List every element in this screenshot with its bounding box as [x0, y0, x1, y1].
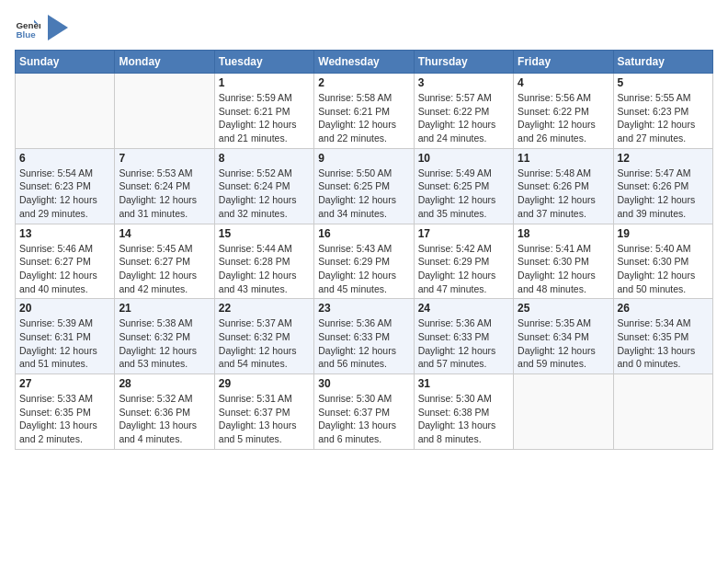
day-info: Sunrise: 5:38 AMSunset: 6:32 PMDaylight:…	[119, 316, 210, 371]
calendar-cell: 3Sunrise: 5:57 AMSunset: 6:22 PMDaylight…	[414, 74, 513, 149]
day-number: 17	[418, 227, 509, 240]
logo-icon: General Blue	[15, 15, 40, 40]
day-number: 29	[219, 377, 310, 390]
day-number: 26	[618, 302, 709, 315]
day-number: 16	[318, 227, 409, 240]
calendar-week-row: 1Sunrise: 5:59 AMSunset: 6:21 PMDaylight…	[16, 74, 713, 149]
day-number: 22	[219, 302, 310, 315]
day-info: Sunrise: 5:47 AMSunset: 6:26 PMDaylight:…	[618, 167, 709, 221]
day-info: Sunrise: 5:45 AMSunset: 6:27 PMDaylight:…	[119, 242, 210, 296]
calendar-header-row: SundayMondayTuesdayWednesdayThursdayFrid…	[16, 51, 713, 74]
logo: General Blue	[15, 15, 68, 40]
calendar-cell: 22Sunrise: 5:37 AMSunset: 6:32 PMDayligh…	[214, 299, 313, 374]
day-info: Sunrise: 5:42 AMSunset: 6:29 PMDaylight:…	[418, 242, 509, 296]
day-number: 2	[318, 76, 409, 89]
calendar-cell: 18Sunrise: 5:41 AMSunset: 6:30 PMDayligh…	[514, 224, 613, 299]
day-info: Sunrise: 5:54 AMSunset: 6:23 PMDaylight:…	[19, 167, 110, 221]
day-number: 10	[418, 152, 509, 165]
calendar-cell: 26Sunrise: 5:34 AMSunset: 6:35 PMDayligh…	[613, 299, 712, 374]
day-number: 27	[19, 377, 110, 390]
day-number: 31	[418, 377, 509, 390]
day-info: Sunrise: 5:39 AMSunset: 6:31 PMDaylight:…	[19, 316, 110, 371]
calendar-cell	[514, 374, 613, 450]
day-number: 6	[19, 152, 110, 165]
calendar-cell: 23Sunrise: 5:36 AMSunset: 6:33 PMDayligh…	[314, 299, 414, 374]
calendar-cell: 8Sunrise: 5:52 AMSunset: 6:24 PMDaylight…	[214, 148, 313, 224]
calendar-cell: 5Sunrise: 5:55 AMSunset: 6:23 PMDaylight…	[613, 74, 712, 149]
calendar-cell: 21Sunrise: 5:38 AMSunset: 6:32 PMDayligh…	[115, 299, 214, 374]
day-info: Sunrise: 5:36 AMSunset: 6:33 PMDaylight:…	[418, 316, 509, 371]
day-of-week-header: Wednesday	[314, 51, 414, 74]
day-info: Sunrise: 5:33 AMSunset: 6:35 PMDaylight:…	[19, 392, 110, 446]
day-info: Sunrise: 5:52 AMSunset: 6:24 PMDaylight:…	[219, 167, 310, 221]
day-info: Sunrise: 5:48 AMSunset: 6:26 PMDaylight:…	[518, 167, 609, 221]
calendar-cell: 28Sunrise: 5:32 AMSunset: 6:36 PMDayligh…	[115, 374, 214, 450]
day-number: 1	[219, 76, 310, 89]
day-info: Sunrise: 5:55 AMSunset: 6:23 PMDaylight:…	[618, 91, 709, 145]
day-info: Sunrise: 5:44 AMSunset: 6:28 PMDaylight:…	[219, 242, 310, 296]
day-info: Sunrise: 5:46 AMSunset: 6:27 PMDaylight:…	[19, 242, 110, 296]
calendar-table: SundayMondayTuesdayWednesdayThursdayFrid…	[15, 50, 713, 450]
calendar-cell: 17Sunrise: 5:42 AMSunset: 6:29 PMDayligh…	[414, 224, 513, 299]
day-number: 11	[518, 152, 609, 165]
svg-text:Blue: Blue	[16, 29, 36, 40]
day-number: 18	[518, 227, 609, 240]
day-info: Sunrise: 5:57 AMSunset: 6:22 PMDaylight:…	[418, 91, 509, 145]
day-info: Sunrise: 5:53 AMSunset: 6:24 PMDaylight:…	[119, 167, 210, 221]
day-number: 5	[618, 76, 709, 89]
calendar-cell	[16, 74, 115, 149]
day-info: Sunrise: 5:58 AMSunset: 6:21 PMDaylight:…	[318, 91, 409, 145]
calendar-cell: 13Sunrise: 5:46 AMSunset: 6:27 PMDayligh…	[16, 224, 115, 299]
calendar-cell: 27Sunrise: 5:33 AMSunset: 6:35 PMDayligh…	[16, 374, 115, 450]
calendar-cell: 15Sunrise: 5:44 AMSunset: 6:28 PMDayligh…	[214, 224, 313, 299]
day-info: Sunrise: 5:49 AMSunset: 6:25 PMDaylight:…	[418, 167, 509, 221]
day-info: Sunrise: 5:34 AMSunset: 6:35 PMDaylight:…	[618, 316, 709, 371]
day-of-week-header: Monday	[115, 51, 214, 74]
day-number: 25	[518, 302, 609, 315]
calendar-cell: 25Sunrise: 5:35 AMSunset: 6:34 PMDayligh…	[514, 299, 613, 374]
day-info: Sunrise: 5:56 AMSunset: 6:22 PMDaylight:…	[518, 91, 609, 145]
calendar-cell: 12Sunrise: 5:47 AMSunset: 6:26 PMDayligh…	[613, 148, 712, 224]
day-of-week-header: Tuesday	[214, 51, 313, 74]
day-number: 14	[119, 227, 210, 240]
calendar-cell: 7Sunrise: 5:53 AMSunset: 6:24 PMDaylight…	[115, 148, 214, 224]
calendar-week-row: 13Sunrise: 5:46 AMSunset: 6:27 PMDayligh…	[16, 224, 713, 299]
day-number: 19	[618, 227, 709, 240]
calendar-cell: 30Sunrise: 5:30 AMSunset: 6:37 PMDayligh…	[314, 374, 414, 450]
logo-arrow-icon	[48, 15, 68, 40]
calendar-cell: 11Sunrise: 5:48 AMSunset: 6:26 PMDayligh…	[514, 148, 613, 224]
svg-marker-2	[48, 15, 68, 40]
calendar-cell: 20Sunrise: 5:39 AMSunset: 6:31 PMDayligh…	[16, 299, 115, 374]
calendar-cell	[613, 374, 712, 450]
day-number: 23	[318, 302, 409, 315]
day-info: Sunrise: 5:40 AMSunset: 6:30 PMDaylight:…	[618, 242, 709, 296]
day-info: Sunrise: 5:41 AMSunset: 6:30 PMDaylight:…	[518, 242, 609, 296]
calendar-cell: 31Sunrise: 5:30 AMSunset: 6:38 PMDayligh…	[414, 374, 513, 450]
calendar-cell: 4Sunrise: 5:56 AMSunset: 6:22 PMDaylight…	[514, 74, 613, 149]
day-info: Sunrise: 5:50 AMSunset: 6:25 PMDaylight:…	[318, 167, 409, 221]
day-of-week-header: Saturday	[613, 51, 712, 74]
day-of-week-header: Sunday	[16, 51, 115, 74]
day-info: Sunrise: 5:30 AMSunset: 6:37 PMDaylight:…	[318, 392, 409, 446]
day-info: Sunrise: 5:43 AMSunset: 6:29 PMDaylight:…	[318, 242, 409, 296]
day-number: 15	[219, 227, 310, 240]
calendar-cell: 2Sunrise: 5:58 AMSunset: 6:21 PMDaylight…	[314, 74, 414, 149]
calendar-cell: 1Sunrise: 5:59 AMSunset: 6:21 PMDaylight…	[214, 74, 313, 149]
day-of-week-header: Friday	[514, 51, 613, 74]
day-number: 24	[418, 302, 509, 315]
page-header: General Blue	[15, 15, 713, 40]
calendar-week-row: 20Sunrise: 5:39 AMSunset: 6:31 PMDayligh…	[16, 299, 713, 374]
day-info: Sunrise: 5:59 AMSunset: 6:21 PMDaylight:…	[219, 91, 310, 145]
day-of-week-header: Thursday	[414, 51, 513, 74]
day-number: 28	[119, 377, 210, 390]
calendar-week-row: 27Sunrise: 5:33 AMSunset: 6:35 PMDayligh…	[16, 374, 713, 450]
day-number: 4	[518, 76, 609, 89]
day-info: Sunrise: 5:30 AMSunset: 6:38 PMDaylight:…	[418, 392, 509, 446]
calendar-week-row: 6Sunrise: 5:54 AMSunset: 6:23 PMDaylight…	[16, 148, 713, 224]
day-info: Sunrise: 5:35 AMSunset: 6:34 PMDaylight:…	[518, 316, 609, 371]
day-number: 20	[19, 302, 110, 315]
day-number: 7	[119, 152, 210, 165]
calendar-cell	[115, 74, 214, 149]
calendar-cell: 6Sunrise: 5:54 AMSunset: 6:23 PMDaylight…	[16, 148, 115, 224]
calendar-cell: 9Sunrise: 5:50 AMSunset: 6:25 PMDaylight…	[314, 148, 414, 224]
